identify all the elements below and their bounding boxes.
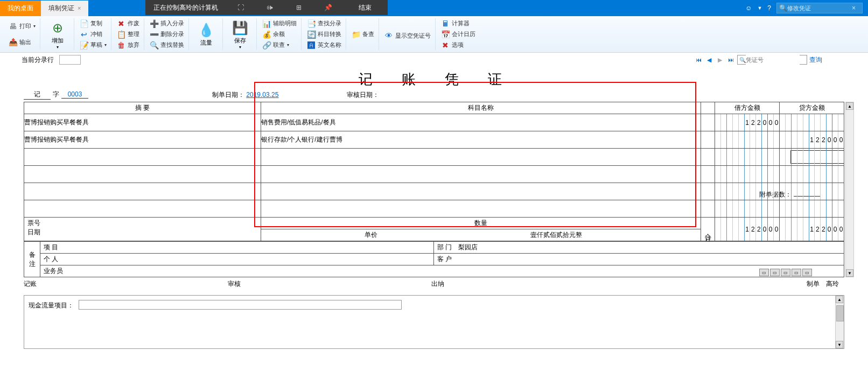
credit-cell[interactable] xyxy=(780,183,844,200)
eng-name-button[interactable]: 🅰英文名称 xyxy=(306,40,342,50)
flow-button[interactable]: 💧流量 xyxy=(193,22,219,47)
help-icon[interactable]: ? xyxy=(767,4,771,12)
nav-last-icon[interactable]: ⏭ xyxy=(726,55,735,64)
options-button[interactable]: ✖选项 xyxy=(440,40,477,50)
remote-sound-icon[interactable]: 🕪 xyxy=(263,1,276,14)
scroll-down-icon[interactable]: ▼ xyxy=(846,269,853,277)
qty-cell[interactable] xyxy=(701,183,715,200)
credit-cell[interactable]: 122000 xyxy=(780,131,844,149)
print-button[interactable]: 🖶打印 ▾ xyxy=(8,22,37,31)
make-date-value[interactable]: 2019.03.25 xyxy=(246,91,278,99)
cashflow-input[interactable] xyxy=(79,300,402,310)
copy-button[interactable]: 📄复制 xyxy=(79,19,108,29)
table-row[interactable] xyxy=(24,149,844,166)
calendar-button[interactable]: 📅会计日历 xyxy=(440,30,477,39)
summary-cell[interactable]: 曹博报销购买早餐餐具 xyxy=(24,131,261,149)
voucher-number-search[interactable]: 🔍 xyxy=(737,55,807,65)
find-entry-button[interactable]: 📑查找分录 xyxy=(306,19,342,29)
remote-end-button[interactable]: 结束 xyxy=(351,3,380,12)
table-row[interactable] xyxy=(24,166,844,183)
mini-icon[interactable]: ▭ xyxy=(759,269,769,276)
smile-icon[interactable]: ☺ xyxy=(745,4,752,12)
tab-desktop[interactable]: 我的桌面 xyxy=(0,1,41,16)
table-scrollbar[interactable]: ▲ ▼ xyxy=(845,102,854,277)
credit-cell[interactable] xyxy=(780,166,844,183)
balance-button[interactable]: 💰余额 xyxy=(261,30,298,39)
global-search[interactable]: 🔍 × xyxy=(776,3,863,13)
scroll-thumb[interactable] xyxy=(836,305,844,321)
debit-cell[interactable]: 122000 xyxy=(715,114,780,131)
account-cell[interactable]: 销售费用/低值易耗品/餐具 xyxy=(261,114,701,131)
dropdown-icon[interactable]: ▼ xyxy=(757,5,762,11)
void-button[interactable]: ✖作废 xyxy=(116,19,141,29)
table-row[interactable]: 曹博报销购买早餐餐具 销售费用/低值易耗品/餐具 122000 xyxy=(24,114,844,131)
find-replace-button[interactable]: 🔍查找替换 xyxy=(149,40,185,50)
summary-cell[interactable] xyxy=(24,183,261,200)
summary-cell[interactable] xyxy=(24,166,261,183)
credit-cell[interactable] xyxy=(780,114,844,131)
debit-cell[interactable] xyxy=(715,183,780,200)
qty-cell[interactable] xyxy=(701,114,715,131)
summary-cell[interactable] xyxy=(24,149,261,166)
output-button[interactable]: 📤输出 xyxy=(8,37,37,47)
account-cell[interactable] xyxy=(261,200,701,218)
cashflow-scrollbar[interactable]: ▲ ▼ xyxy=(835,296,844,348)
mini-icon[interactable]: ▭ xyxy=(770,269,780,276)
cross-check-button[interactable]: 🔗联查 ▾ xyxy=(261,40,298,50)
remote-window-icon[interactable]: ⊞ xyxy=(292,1,305,14)
credit-cell[interactable] xyxy=(780,200,844,218)
aux-detail-button[interactable]: 📊辅助明细 xyxy=(261,19,298,29)
offset-button[interactable]: ↩冲销 xyxy=(79,30,108,39)
save-button[interactable]: 💾保存▾ xyxy=(227,19,253,50)
table-row[interactable]: 曹博报销购买早餐餐具 银行存款/个人银行/建行曹博 122000 xyxy=(24,131,844,149)
query-link[interactable]: 查询 xyxy=(809,55,822,65)
scroll-up-icon[interactable]: ▲ xyxy=(836,296,843,303)
voucher-number-input[interactable] xyxy=(746,55,800,65)
qty-cell[interactable] xyxy=(701,200,715,218)
add-button[interactable]: ⊕增加▾ xyxy=(45,19,71,50)
close-icon[interactable]: × xyxy=(78,5,81,11)
show-empty-button[interactable]: 👁显示空凭证号 xyxy=(383,28,432,40)
current-entry-input[interactable] xyxy=(59,55,81,65)
remote-pin-icon[interactable]: 📌 xyxy=(321,1,334,14)
nav-next-icon[interactable]: ▶ xyxy=(716,55,724,64)
account-cell[interactable] xyxy=(261,149,701,166)
scroll-up-icon[interactable]: ▲ xyxy=(846,102,853,110)
qty-cell[interactable] xyxy=(701,149,715,166)
table-row[interactable] xyxy=(24,200,844,218)
sig-mini-icons[interactable]: ▭▭▭▭▭ xyxy=(759,269,812,276)
mini-icon[interactable]: ▭ xyxy=(802,269,812,276)
nav-first-icon[interactable]: ⏮ xyxy=(694,55,703,64)
summary-cell[interactable] xyxy=(24,200,261,218)
draft-button[interactable]: 📝草稿 ▾ xyxy=(79,40,108,50)
credit-cell[interactable] xyxy=(780,149,844,166)
discard-button[interactable]: 🗑放弃 xyxy=(116,40,141,50)
qty-cell[interactable] xyxy=(701,131,715,149)
arrange-button[interactable]: 📋整理 xyxy=(116,30,141,39)
table-row[interactable] xyxy=(24,183,844,200)
debit-cell[interactable] xyxy=(715,200,780,218)
tab-voucher[interactable]: 填制凭证 × xyxy=(41,1,88,16)
search-input[interactable] xyxy=(787,5,852,11)
qty-cell[interactable] xyxy=(701,166,715,183)
debit-cell[interactable] xyxy=(715,131,780,149)
debit-cell[interactable] xyxy=(715,149,780,166)
voucher-number[interactable]: 0003 xyxy=(61,90,88,99)
debit-cell[interactable] xyxy=(715,166,780,183)
insert-entry-button[interactable]: ➕插入分录 xyxy=(149,19,185,29)
account-cell[interactable] xyxy=(261,183,701,200)
audit-button[interactable]: 📁备查 xyxy=(351,30,375,39)
delete-entry-button[interactable]: ➖删除分录 xyxy=(149,30,185,39)
mini-icon[interactable]: ▭ xyxy=(781,269,790,276)
nav-prev-icon[interactable]: ◀ xyxy=(705,55,713,64)
acct-convert-button[interactable]: 🔄科目转换 xyxy=(306,30,342,39)
scroll-down-icon[interactable]: ▼ xyxy=(836,341,843,348)
dept-value[interactable]: 梨园店 xyxy=(458,243,478,251)
account-cell[interactable] xyxy=(261,166,701,183)
mini-icon[interactable]: ▭ xyxy=(792,269,801,276)
calculator-button[interactable]: 🖩计算器 xyxy=(440,19,477,29)
clear-icon[interactable]: × xyxy=(852,4,856,12)
account-cell[interactable]: 银行存款/个人银行/建行曹博 xyxy=(261,131,701,149)
remote-fullscreen-icon[interactable]: ⛶ xyxy=(234,1,247,14)
summary-cell[interactable]: 曹博报销购买早餐餐具 xyxy=(24,114,261,131)
